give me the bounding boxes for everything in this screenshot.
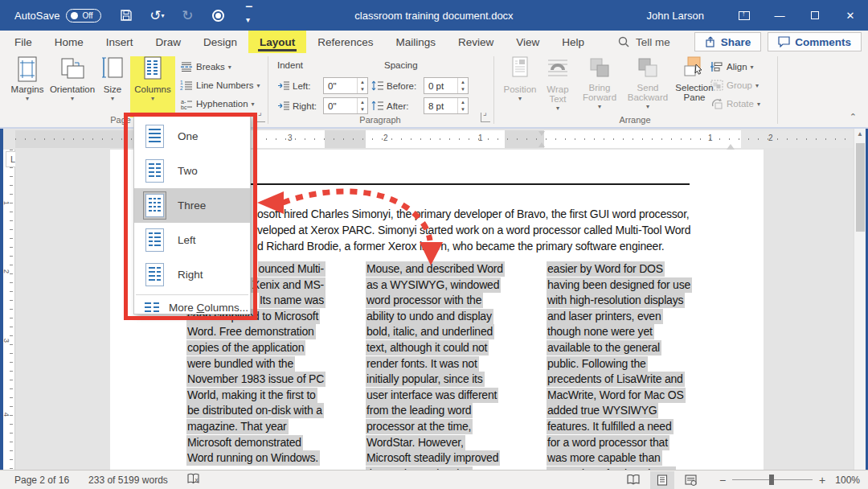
spin-down-icon[interactable]: ▼ (458, 106, 468, 114)
selected-text-line: magazine. That year (186, 420, 326, 436)
zoom-in-button[interactable]: + (819, 474, 825, 487)
margins-button[interactable]: Margins ▾ (6, 56, 48, 102)
spin-down-icon[interactable]: ▼ (358, 86, 367, 94)
ruler-number: 1 (2, 201, 11, 205)
columns-icon (141, 56, 164, 82)
columns-button[interactable]: Columns ▾ (130, 56, 175, 117)
selected-text-line: Microsoft demonstrated (186, 436, 326, 452)
ruler-number: 2 (2, 269, 11, 273)
quick-access-toolbar: ↺▾ ↻ ▔▾ (119, 8, 256, 23)
wrap-text-button: Wrap Text ▾ (540, 56, 575, 112)
comments-button[interactable]: Comments (768, 32, 862, 51)
spin-up-icon[interactable]: ▲ (358, 98, 367, 106)
web-layout-view-icon[interactable] (679, 471, 703, 489)
vertical-scrollbar[interactable]: ▲ (854, 129, 866, 470)
ribbon-tab[interactable]: Home (43, 31, 95, 53)
right-indent-marker-icon[interactable] (727, 140, 735, 150)
paragraph-group-label: Paragraph (324, 115, 436, 125)
bring-forward-button: Bring Forward ▾ (577, 56, 622, 110)
selected-text-line: and laser printers, even (547, 310, 690, 326)
columns-menu-item[interactable]: Left (134, 223, 250, 257)
spin-down-icon[interactable]: ▼ (358, 106, 367, 114)
ribbon-tab[interactable]: File (3, 31, 43, 53)
ribbon-tab[interactable]: Insert (95, 31, 145, 53)
spin-up-icon[interactable]: ▲ (358, 78, 367, 86)
align-button[interactable]: Align ▾ (710, 59, 754, 75)
ribbon-tab[interactable]: Design (192, 31, 248, 53)
zoom-slider[interactable] (732, 479, 813, 480)
columns-dropdown-menu: One Two Three Left (133, 115, 251, 314)
customize-quick-access-icon[interactable]: ▔▾ (241, 8, 256, 23)
minimize-button[interactable]: — (762, 0, 797, 31)
status-bar: Page 2 of 16 233 of 5199 words x − + 100… (0, 470, 868, 489)
columns-menu-item[interactable]: One (134, 119, 250, 154)
column-layout-icon (143, 122, 166, 150)
save-icon[interactable] (119, 8, 133, 23)
columns-menu-item[interactable]: Two (134, 154, 250, 188)
spin-up-icon[interactable]: ▲ (458, 78, 468, 86)
word-count[interactable]: 233 of 5199 words (88, 475, 168, 486)
scroll-up-icon[interactable]: ▲ (854, 130, 866, 138)
more-columns-icon (145, 302, 159, 312)
selection-pane-button[interactable]: Selection Pane (674, 56, 715, 102)
user-name[interactable]: John Larson (646, 10, 704, 22)
group-button: Group ▾ (710, 77, 759, 93)
rotate-icon (710, 98, 723, 109)
spinner-control[interactable]: ▲▼ (357, 98, 367, 113)
indent-marker-icon[interactable] (538, 131, 546, 147)
selected-text-line: added true WYSIWYG (547, 404, 690, 420)
ribbon-tab[interactable]: Review (447, 31, 505, 53)
ribbon-tab[interactable]: View (505, 31, 551, 53)
spin-down-icon[interactable]: ▼ (458, 86, 468, 94)
spinner-control[interactable]: ▲▼ (457, 98, 468, 113)
collapse-ribbon-icon[interactable]: ⌃ (850, 112, 857, 122)
ribbon-tab[interactable]: Mailings (384, 31, 447, 53)
size-button[interactable]: Size ▾ (96, 56, 129, 102)
zoom-slider-thumb[interactable] (769, 475, 774, 485)
selected-text-line: be distributed on-disk with a (186, 404, 326, 420)
ribbon-tab[interactable]: Draw (145, 31, 193, 53)
more-columns-menu-item[interactable]: More Columns... (134, 298, 250, 317)
hyphenation-button[interactable]: a-bc Hyphenation ▾ (180, 96, 255, 112)
autosave-toggle[interactable]: Off (66, 9, 101, 23)
ribbon-tab[interactable]: Help (551, 31, 596, 53)
columns-menu-item[interactable]: Right (134, 257, 250, 292)
paragraph-dialog-launcher-icon[interactable] (481, 113, 490, 122)
columns-menu-item[interactable]: Three (134, 188, 250, 223)
zoom-out-button[interactable]: − (719, 474, 726, 487)
column-layout-icon (143, 191, 166, 220)
spin-up-icon[interactable]: ▲ (458, 98, 468, 106)
page-indicator[interactable]: Page 2 of 16 (14, 475, 69, 486)
spacing-after-input[interactable]: 8 pt ▲▼ (424, 97, 469, 114)
proofing-errors-icon[interactable]: x (187, 473, 201, 487)
chevron-down-icon: ▾ (755, 82, 759, 89)
read-mode-view-icon[interactable] (621, 471, 645, 489)
indent-right-input[interactable]: 0" ▲▼ (323, 97, 368, 114)
orientation-button[interactable]: Orientation ▾ (50, 56, 95, 102)
ribbon-display-options-icon[interactable] (727, 0, 762, 31)
selected-text-line: word processor with the (366, 294, 509, 310)
spinner-control[interactable]: ▲▼ (457, 78, 468, 93)
ribbon-tab[interactable]: References (306, 31, 384, 53)
selected-text-line: November 1983 issue of PC (186, 372, 326, 388)
selected-text-line: Mouse, and described Word (366, 262, 509, 278)
spacing-before-input[interactable]: 0 pt ▲▼ (424, 77, 469, 94)
zoom-percentage[interactable]: 100% (835, 475, 860, 486)
line-numbers-button[interactable]: 12 Line Numbers ▾ (180, 77, 260, 93)
undo-icon[interactable]: ↺▾ (149, 8, 164, 23)
spinner-control[interactable]: ▲▼ (357, 78, 367, 93)
page-setup-dialog-launcher-icon[interactable] (256, 113, 265, 122)
share-button[interactable]: Share (694, 32, 762, 51)
close-button[interactable]: ✕ (833, 0, 868, 31)
maximize-button[interactable] (797, 0, 833, 31)
tell-me-search[interactable]: Tell me (618, 31, 670, 53)
scrollbar-thumb[interactable] (856, 143, 865, 232)
breaks-button[interactable]: Breaks ▾ (180, 59, 231, 75)
vertical-ruler[interactable]: 1234 (3, 150, 15, 470)
selected-text-line: available to the general (547, 341, 690, 357)
indent-left-input[interactable]: 0" ▲▼ (323, 77, 368, 94)
print-layout-view-icon[interactable] (650, 471, 674, 489)
ribbon-tab[interactable]: Layout (248, 31, 306, 53)
text-column-3: easier by Word for DOShaving been design… (547, 262, 690, 470)
record-status-icon[interactable] (211, 8, 225, 23)
